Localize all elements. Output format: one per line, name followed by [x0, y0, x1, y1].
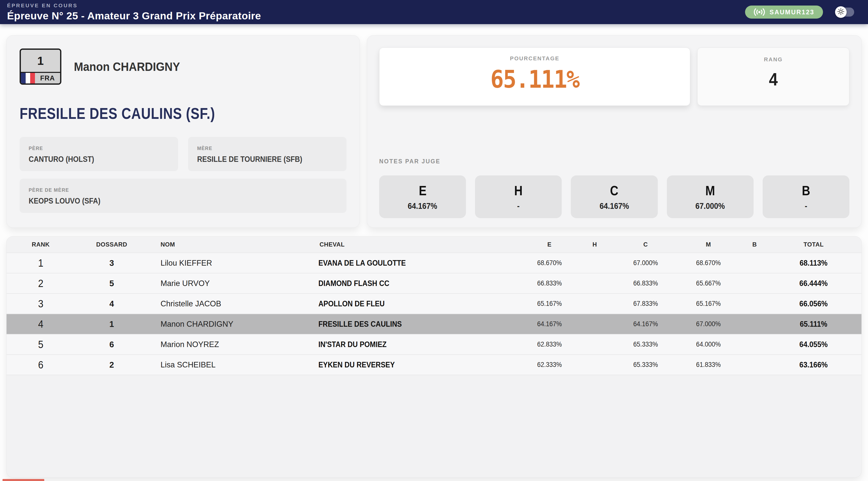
cell-c: 65.333%	[620, 361, 671, 369]
column-header-m: M	[673, 241, 744, 248]
pedigree-dam-value: RESILLE DE TOURNIERE (SFB)	[197, 155, 323, 164]
event-status-label: ÉPREUVE EN COURS	[7, 2, 261, 8]
cell-rank: 2	[10, 278, 72, 289]
cell-c: 65.333%	[620, 341, 671, 348]
cell-cheval: DIAMOND FLASH CC	[308, 279, 505, 288]
judge-score: -	[805, 202, 807, 210]
results-table-card: RANK DOSSARD NOM CHEVAL E H C M B TOTAL …	[6, 236, 862, 478]
judge-score: 67.000%	[695, 202, 725, 210]
main-content: 1 FRA Manon CHARDIGNY FRESILLE DES CAULI…	[0, 24, 868, 478]
refresh-progress-bar	[2, 479, 44, 481]
cell-dossard: 1	[75, 319, 148, 329]
cell-rank: 5	[10, 339, 72, 351]
cell-rank: 4	[10, 318, 72, 330]
cell-c: 67.833%	[620, 300, 671, 308]
live-session-code: SAUMUR123	[770, 8, 814, 16]
rider-card: 1 FRA Manon CHARDIGNY FRESILLE DES CAULI…	[6, 35, 360, 228]
sun-icon	[837, 8, 844, 16]
cell-m: 61.833%	[676, 361, 741, 369]
cell-cheval: EVANA DE LA GOULOTTE	[308, 259, 505, 268]
column-header-e: E	[527, 241, 572, 248]
pedigree-damsire-value: KEOPS LOUVO (SFA)	[29, 196, 307, 205]
percentage-label: POURCENTAGE	[510, 55, 559, 62]
france-flag-icon	[21, 73, 35, 84]
pedigree-sire-label: PÈRE	[29, 146, 162, 151]
cell-c: 66.833%	[620, 280, 671, 287]
column-header-h: H	[571, 241, 618, 248]
table-row: 3 4 Christelle JACOB APOLLON DE FLEU 65.…	[6, 293, 862, 314]
cell-nom: Lisa SCHEIBEL	[148, 360, 307, 370]
cell-total: 66.444%	[769, 279, 858, 288]
cell-e: 62.333%	[529, 361, 570, 369]
cell-e: 68.670%	[529, 259, 570, 267]
pedigree-sire-box: PÈRE CANTURO (HOLST)	[20, 137, 178, 171]
broadcast-icon	[753, 8, 765, 16]
cell-total: 68.113%	[769, 259, 858, 268]
cell-total: 64.055%	[769, 340, 858, 349]
cell-dossard: 4	[75, 299, 148, 309]
page-title: Épreuve N° 25 - Amateur 3 Grand Prix Pré…	[7, 10, 261, 22]
cell-nom: Christelle JACOB	[148, 299, 307, 308]
cell-rank: 6	[10, 359, 72, 371]
judge-box-e: E 64.167%	[379, 175, 466, 218]
event-header: ÉPREUVE EN COURS Épreuve N° 25 - Amateur…	[7, 2, 261, 22]
cell-m: 68.670%	[676, 259, 741, 267]
cell-total: 65.111%	[769, 320, 858, 329]
pedigree-damsire-box: PÈRE DE MÈRE KEOPS LOUVO (SFA)	[20, 179, 346, 213]
bib-box: 1 FRA	[20, 49, 61, 85]
column-header-dossard: DOSSARD	[75, 241, 148, 248]
column-header-total: TOTAL	[766, 241, 862, 248]
cell-cheval: EYKEN DU REVERSEY	[308, 360, 505, 370]
column-header-b: B	[744, 241, 766, 248]
cell-cheval: IN'STAR DU POMIEZ	[308, 340, 505, 349]
cell-c: 64.167%	[620, 320, 671, 328]
rider-name: Manon CHARDIGNY	[74, 60, 180, 74]
pedigree-damsire-label: PÈRE DE MÈRE	[29, 187, 322, 193]
cell-nom: Manon CHARDIGNY	[148, 320, 307, 329]
judge-letter: H	[514, 184, 523, 197]
pedigree-sire-value: CANTURO (HOLST)	[29, 155, 155, 164]
horse-name: FRESILLE DES CAULINS (SF.)	[20, 104, 294, 122]
table-row: 2 5 Marie URVOY DIAMOND FLASH CC 66.833%…	[6, 273, 862, 293]
judge-notes-grid: E 64.167% H - C 64.167% M 67.000% B -	[379, 175, 849, 218]
cell-total: 63.166%	[769, 360, 858, 370]
theme-toggle[interactable]	[836, 7, 854, 17]
cell-m: 65.167%	[676, 300, 741, 308]
top-bar-controls: SAUMUR123	[745, 5, 854, 19]
cell-dossard: 2	[75, 360, 148, 370]
pedigree-dam-label: MÈRE	[197, 146, 331, 151]
judge-letter: E	[418, 184, 427, 197]
judge-box-c: C 64.167%	[571, 175, 657, 218]
judge-letter: M	[705, 184, 715, 197]
column-header-cheval: CHEVAL	[308, 241, 527, 248]
cell-nom: Marion NOYREZ	[148, 340, 307, 349]
judge-box-b: B -	[763, 175, 849, 218]
table-row: 1 3 Lilou KIEFFER EVANA DE LA GOULOTTE 6…	[6, 253, 862, 273]
judge-letter: B	[802, 184, 810, 197]
cell-nom: Marie URVOY	[148, 279, 307, 288]
score-card: POURCENTAGE 65.111% RANG 4 NOTES PAR JUG…	[367, 35, 862, 228]
judge-score: 64.167%	[599, 202, 629, 210]
cell-e: 66.833%	[529, 280, 570, 287]
cell-e: 62.833%	[529, 341, 570, 348]
judge-box-m: M 67.000%	[667, 175, 753, 218]
cell-e: 64.167%	[529, 320, 570, 328]
top-bar: ÉPREUVE EN COURS Épreuve N° 25 - Amateur…	[0, 0, 868, 24]
judge-score: -	[517, 202, 520, 210]
table-row: 6 2 Lisa SCHEIBEL EYKEN DU REVERSEY 62.3…	[6, 354, 862, 375]
cell-e: 65.167%	[529, 300, 570, 308]
cell-m: 64.000%	[676, 341, 741, 348]
table-row-highlighted: 4 1 Manon CHARDIGNY FRESILLE DES CAULINS…	[6, 314, 862, 334]
judge-letter: C	[610, 184, 618, 197]
cell-dossard: 5	[75, 279, 148, 288]
rank-value: 4	[769, 69, 778, 90]
column-header-rank: RANK	[6, 241, 75, 248]
cell-c: 67.000%	[620, 259, 671, 267]
judge-score: 64.167%	[408, 202, 437, 210]
rank-box: RANG 4	[697, 47, 849, 106]
live-session-badge[interactable]: SAUMUR123	[745, 5, 823, 19]
table-row: 5 6 Marion NOYREZ IN'STAR DU POMIEZ 62.8…	[6, 334, 862, 354]
rank-label: RANG	[764, 56, 783, 63]
cell-m: 65.667%	[676, 280, 741, 287]
bib-number: 1	[21, 50, 60, 72]
